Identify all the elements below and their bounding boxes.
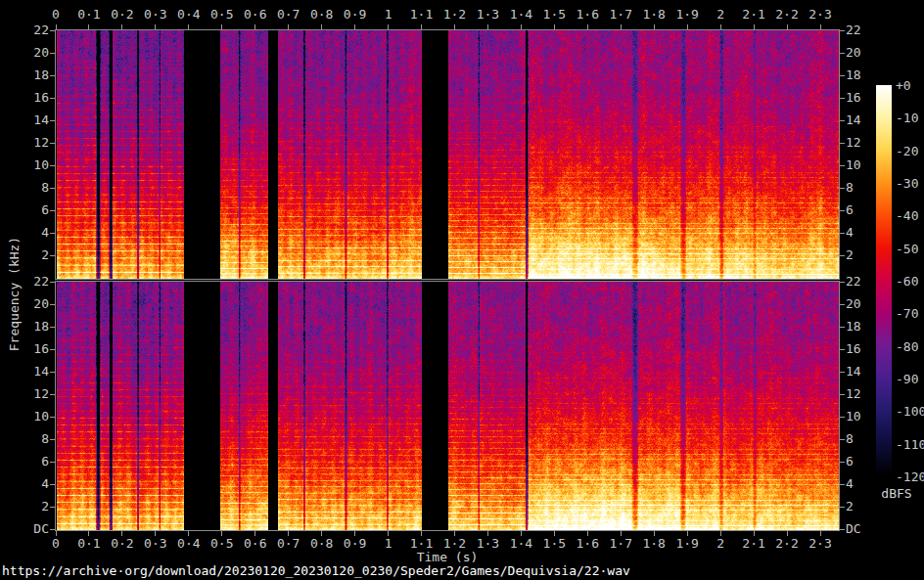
time-tick-label: 0·1 <box>72 536 106 551</box>
time-tick-label: 2·1 <box>737 536 770 551</box>
time-tick-label: 0·2 <box>106 7 139 22</box>
colorbar-tick-label: -70 <box>896 306 924 321</box>
freq-tick-label: 10 <box>20 157 49 172</box>
freq-tick <box>50 462 55 463</box>
colorbar-tick-label: -50 <box>896 242 924 256</box>
freq-tick-label: 2 <box>846 499 875 513</box>
time-tick-label: 0·6 <box>239 536 272 551</box>
freq-tick-label: 12 <box>20 135 49 150</box>
freq-tick <box>840 282 845 283</box>
time-tick-label: 1·5 <box>537 7 571 22</box>
time-tick-label: 0·9 <box>339 7 372 22</box>
freq-tick <box>50 282 55 283</box>
freq-tick <box>50 484 55 485</box>
spectrogram-figure: Frequency (kHz) Time (s) dBFS https://ar… <box>0 0 924 580</box>
freq-tick-label: 18 <box>20 67 49 82</box>
time-tick-label: 2·3 <box>804 7 837 22</box>
freq-tick <box>840 304 845 305</box>
x-axis-title: Time (s) <box>349 550 545 564</box>
time-tick-label: 0·8 <box>305 536 339 551</box>
time-tick <box>221 24 222 29</box>
time-tick-label: 0 <box>39 7 72 22</box>
freq-tick-label: 22 <box>20 22 49 37</box>
freq-tick <box>50 30 55 31</box>
colorbar-gradient <box>876 85 892 476</box>
freq-tick-label: 14 <box>846 364 875 379</box>
time-tick <box>354 24 355 29</box>
colorbar-tick-label: -90 <box>896 372 924 386</box>
freq-tick-label: 14 <box>846 112 875 127</box>
freq-tick-label: 2 <box>20 499 49 513</box>
freq-tick <box>840 255 845 256</box>
colorbar-title: dBFS <box>870 486 923 501</box>
freq-tick-label: 22 <box>846 22 875 37</box>
freq-tick <box>50 233 55 234</box>
time-tick-label: 0·5 <box>206 536 239 551</box>
time-tick <box>421 24 422 29</box>
time-tick <box>155 24 156 29</box>
time-tick <box>88 24 89 29</box>
freq-tick-label: 16 <box>846 90 875 105</box>
freq-tick-label: 8 <box>846 180 875 195</box>
time-tick-label: 1·8 <box>637 7 670 22</box>
freq-tick-label: 12 <box>846 135 875 150</box>
freq-tick-label: 4 <box>20 225 49 240</box>
freq-tick-label: 2 <box>846 247 875 262</box>
spectrogram-canvas <box>55 29 840 531</box>
time-tick <box>787 24 788 29</box>
freq-tick <box>50 439 55 440</box>
freq-tick <box>50 188 55 189</box>
time-tick-label: 2 <box>704 7 737 22</box>
freq-tick-label: 12 <box>20 386 49 401</box>
freq-tick <box>840 484 845 485</box>
time-tick <box>687 24 688 29</box>
time-tick-label: 1 <box>372 536 405 551</box>
time-tick <box>254 24 255 29</box>
time-tick-label: 0·3 <box>139 7 172 22</box>
freq-tick <box>50 120 55 121</box>
freq-tick <box>840 439 845 440</box>
colorbar-tick-label: -10 <box>896 111 924 125</box>
freq-tick <box>840 30 845 31</box>
freq-tick <box>50 98 55 99</box>
time-tick-label: 1·9 <box>670 536 704 551</box>
time-tick-label: 1·4 <box>504 7 537 22</box>
time-tick-label: 0·7 <box>272 536 305 551</box>
freq-tick <box>50 327 55 328</box>
time-tick <box>554 24 555 29</box>
freq-tick <box>840 165 845 166</box>
time-tick-label: 0·3 <box>139 536 172 551</box>
time-tick-label: 2 <box>704 536 737 551</box>
time-tick <box>321 24 322 29</box>
time-tick <box>454 24 455 29</box>
colorbar-tick-label: -80 <box>896 339 924 354</box>
time-tick-label: 1·8 <box>637 536 670 551</box>
freq-tick-label: 6 <box>846 202 875 217</box>
freq-tick-label: 4 <box>846 225 875 240</box>
colorbar-tick-label: -110 <box>896 437 924 452</box>
freq-tick <box>50 165 55 166</box>
freq-tick-label: 4 <box>846 476 875 491</box>
freq-tick-label: 10 <box>20 409 49 424</box>
time-tick-label: 2·3 <box>804 536 837 551</box>
time-tick <box>754 24 755 29</box>
time-tick-label: 0·9 <box>339 536 372 551</box>
colorbar-tick-label: -40 <box>896 208 924 223</box>
freq-tick <box>50 417 55 418</box>
freq-tick <box>840 53 845 54</box>
freq-tick-label: 18 <box>20 319 49 334</box>
time-tick-label: 0·8 <box>305 7 339 22</box>
time-tick-label: 1·1 <box>405 7 439 22</box>
time-tick <box>621 24 622 29</box>
freq-tick <box>50 304 55 305</box>
time-tick-label: 1·4 <box>504 536 537 551</box>
freq-tick-label: 8 <box>20 431 49 446</box>
freq-tick-label: 10 <box>846 157 875 172</box>
freq-tick <box>50 255 55 256</box>
freq-tick <box>840 233 845 234</box>
time-tick-label: 2·1 <box>737 7 770 22</box>
time-tick-label: 1·3 <box>471 536 504 551</box>
time-tick <box>820 24 821 29</box>
freq-tick-label: 20 <box>846 45 875 60</box>
freq-dc-label: DC <box>20 521 49 536</box>
